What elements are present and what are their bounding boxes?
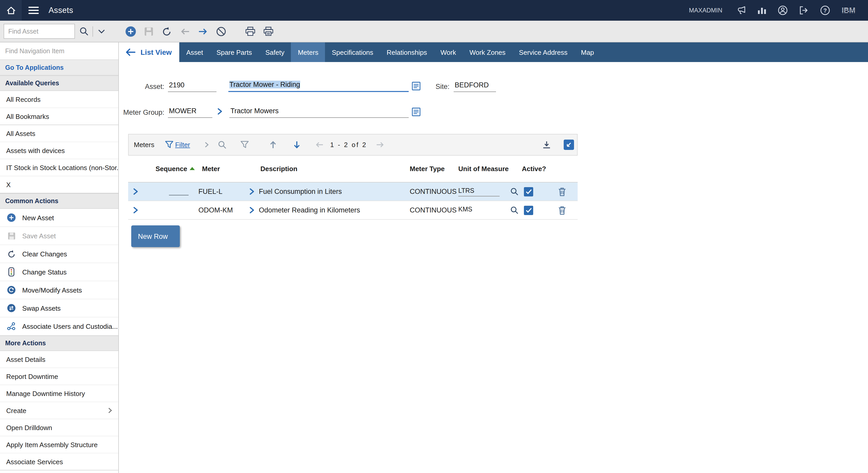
more-asset-details[interactable]: Asset Details xyxy=(0,351,118,368)
tab-work[interactable]: Work xyxy=(434,42,463,62)
asset-description-detail-menu-button[interactable] xyxy=(412,82,421,90)
filter-expand-chevron-icon[interactable] xyxy=(205,142,209,148)
meter-detail-chevron-icon[interactable] xyxy=(250,188,254,195)
action-change-status[interactable]: Change Status xyxy=(0,263,118,281)
action-new-asset[interactable]: New Asset xyxy=(0,209,118,227)
move-modify-icon xyxy=(6,285,17,295)
query-assets-with-devices[interactable]: Assets with devices xyxy=(0,142,118,159)
active-checkbox[interactable] xyxy=(524,187,533,196)
more-open-drilldown[interactable]: Open Drilldown xyxy=(0,419,118,436)
tab-map[interactable]: Map xyxy=(574,42,601,62)
reports-button[interactable] xyxy=(757,6,767,14)
more-associate-services[interactable]: Associate Services xyxy=(0,453,118,470)
meter-value[interactable]: ODOM-KM xyxy=(194,206,244,214)
col-description[interactable]: Description xyxy=(244,165,402,173)
action-label: New Asset xyxy=(22,214,54,221)
tab-asset[interactable]: Asset xyxy=(180,42,210,62)
tab-relationships[interactable]: Relationships xyxy=(380,42,434,62)
col-active[interactable]: Active? xyxy=(521,165,547,173)
meter-group-description-field[interactable]: Tractor Mowers xyxy=(229,107,409,118)
row-expand-chevron-icon[interactable] xyxy=(128,207,146,213)
tab-specifications[interactable]: Specifications xyxy=(325,42,380,62)
action-save-asset[interactable]: Save Asset xyxy=(0,227,118,245)
query-all-bookmarks[interactable]: All Bookmarks xyxy=(0,108,118,125)
print-with-attachments-button[interactable] xyxy=(262,26,274,37)
find-search-button[interactable] xyxy=(75,24,92,39)
tab-service-address[interactable]: Service Address xyxy=(512,42,574,62)
description-value[interactable]: Fuel Consumption in Liters xyxy=(259,188,342,196)
profile-button[interactable] xyxy=(778,5,788,16)
action-move-modify-assets[interactable]: Move/Modify Assets xyxy=(0,281,118,299)
active-checkbox[interactable] xyxy=(524,206,533,215)
query-it-stock[interactable]: IT Stock in Stock Locations (non-Stor... xyxy=(0,159,118,176)
site-field[interactable]: BEDFORD xyxy=(454,81,496,92)
help-button[interactable]: ? xyxy=(820,5,830,16)
previous-record-button[interactable] xyxy=(179,26,191,37)
previous-row-button[interactable] xyxy=(269,140,277,149)
clear-changes-button[interactable] xyxy=(161,26,173,37)
uom-value[interactable]: KMS xyxy=(458,206,500,214)
menu-button[interactable] xyxy=(22,0,45,21)
find-navigation-input[interactable] xyxy=(5,47,113,55)
logout-button[interactable] xyxy=(799,6,809,15)
tab-meters[interactable]: Meters xyxy=(291,42,325,62)
more-manage-downtime-history[interactable]: Manage Downtime History xyxy=(0,385,118,402)
print-button[interactable] xyxy=(244,26,256,37)
download-icon[interactable] xyxy=(542,140,551,149)
new-record-button[interactable] xyxy=(125,26,136,37)
more-apply-item-assembly-structure[interactable]: Apply Item Assembly Structure xyxy=(0,436,118,453)
action-associate-users[interactable]: Associate Users and Custodia... xyxy=(0,317,118,335)
back-to-list-view[interactable]: List View xyxy=(119,42,180,62)
delete-row-icon[interactable] xyxy=(547,187,578,196)
col-sequence[interactable]: Sequence xyxy=(146,165,194,173)
tab-safety[interactable]: Safety xyxy=(258,42,291,62)
nav-search-row xyxy=(0,42,118,60)
next-page-button[interactable] xyxy=(376,141,385,148)
action-clear-changes[interactable]: Clear Changes xyxy=(0,245,118,263)
next-row-button[interactable] xyxy=(293,140,301,149)
table-search-icon[interactable] xyxy=(218,140,227,149)
action-label: Save Asset xyxy=(22,232,56,240)
meter-detail-chevron-icon[interactable] xyxy=(250,207,254,213)
previous-page-button[interactable] xyxy=(315,141,324,148)
find-asset-input[interactable] xyxy=(4,24,75,39)
tab-spare-parts[interactable]: Spare Parts xyxy=(210,42,258,62)
query-all-assets[interactable]: All Assets xyxy=(0,125,118,142)
query-all-records[interactable]: All Records xyxy=(0,91,118,108)
col-meter[interactable]: Meter xyxy=(194,165,244,173)
minimize-table-button[interactable] xyxy=(564,140,574,150)
save-record-button[interactable] xyxy=(143,26,154,37)
more-create[interactable]: Create xyxy=(0,402,118,419)
tab-work-zones[interactable]: Work Zones xyxy=(463,42,512,62)
new-row-button[interactable]: New Row xyxy=(131,226,180,247)
uom-lookup-icon[interactable] xyxy=(510,206,519,214)
uom-value[interactable]: LTRS xyxy=(458,187,500,196)
cancel-button[interactable] xyxy=(215,26,227,37)
advanced-search-dropdown[interactable] xyxy=(93,24,110,39)
selected-text: Tractor Mower - Riding xyxy=(229,81,300,88)
maximo-assets-app: Assets MAXADMIN ? IBM xyxy=(0,0,868,473)
asset-description-field[interactable]: Tractor Mower - Riding xyxy=(228,81,409,92)
go-to-applications-link[interactable]: Go To Applications xyxy=(0,60,118,76)
meter-group-field[interactable]: MOWER xyxy=(168,107,212,118)
sequence-field[interactable] xyxy=(146,188,194,196)
announcements-button[interactable] xyxy=(736,6,747,15)
query-x[interactable]: X xyxy=(0,176,118,193)
col-meter-type[interactable]: Meter Type xyxy=(402,165,451,173)
more-report-downtime[interactable]: Report Downtime xyxy=(0,368,118,385)
action-swap-assets[interactable]: Swap Assets xyxy=(0,299,118,317)
meter-value[interactable]: FUEL-L xyxy=(194,188,244,196)
filter-link[interactable]: Filter xyxy=(175,141,190,149)
asset-number-field[interactable]: 2190 xyxy=(168,81,216,92)
home-button[interactable] xyxy=(0,0,22,21)
delete-row-icon[interactable] xyxy=(547,206,578,215)
row-expand-chevron-icon[interactable] xyxy=(128,188,146,195)
uom-lookup-icon[interactable] xyxy=(510,187,519,196)
filter-icon[interactable] xyxy=(165,141,174,149)
meter-group-chevron-icon[interactable] xyxy=(218,108,222,115)
clear-filter-icon[interactable] xyxy=(240,141,249,149)
meter-group-detail-menu-button[interactable] xyxy=(412,108,421,116)
next-record-button[interactable] xyxy=(197,26,209,37)
col-unit-of-measure[interactable]: Unit of Measure xyxy=(451,165,521,173)
description-value[interactable]: Odometer Reading in Kilometers xyxy=(259,206,360,214)
